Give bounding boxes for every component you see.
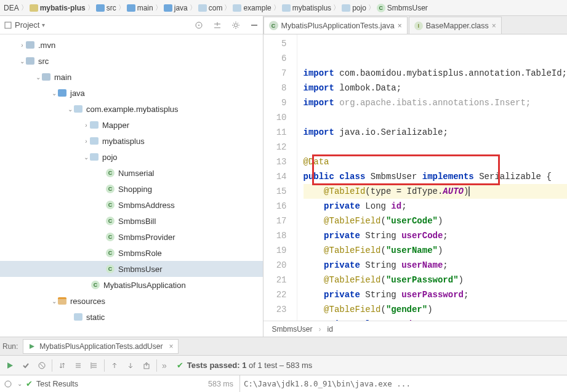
class-icon: C	[106, 249, 115, 257]
folder-icon	[198, 4, 207, 12]
gutter: 567891011121314151617181920212223	[263, 34, 297, 321]
tree-class-selected[interactable]: CSmbmsUser	[0, 261, 263, 277]
folder-icon	[342, 4, 350, 12]
package-icon	[90, 153, 99, 161]
interface-icon: I	[414, 22, 423, 30]
tree-class[interactable]: CSmbmsProvider	[0, 229, 263, 245]
chevron-down-icon[interactable]: ⌄	[17, 380, 22, 387]
project-header: Project ▾	[0, 16, 263, 34]
folder-icon	[26, 57, 34, 65]
run-tool-tab: Run: MybatisPlusApplicationTests.addUser…	[0, 337, 567, 355]
tab-tests[interactable]: C MybatisPlusApplicationTests.java ×	[263, 17, 408, 34]
folder-icon	[58, 89, 66, 97]
tree-class[interactable]: CShopping	[0, 181, 263, 197]
crumb-src[interactable]: src	[96, 4, 116, 12]
expand-all-icon[interactable]	[212, 20, 222, 30]
sort-icon[interactable]	[55, 358, 70, 373]
tree-class[interactable]: CSmbmsRole	[0, 245, 263, 261]
toggle-passed-icon[interactable]	[18, 358, 33, 373]
svg-point-3	[234, 23, 237, 26]
close-icon[interactable]: ×	[398, 22, 402, 30]
test-results-label[interactable]: Test Results	[36, 380, 78, 388]
folder-icon	[26, 41, 34, 49]
rerun-icon[interactable]	[2, 358, 17, 373]
class-icon: C	[106, 233, 115, 241]
test-results-row: ⌄ ✔ Test Results 583 ms C:\Java\jdk1.8.0…	[0, 375, 567, 392]
tree-mvn[interactable]: ›.mvn	[0, 37, 263, 53]
close-icon[interactable]: ×	[169, 342, 173, 351]
crumb-com[interactable]: com	[198, 4, 223, 12]
folder-icon	[127, 4, 135, 12]
code-crumb-class[interactable]: SmbmsUser	[272, 325, 313, 334]
tree-class[interactable]: CNumserial	[0, 165, 263, 181]
tree-pkg[interactable]: ⌄com.example.mybatisplus	[0, 101, 263, 117]
tree-static[interactable]: static	[0, 309, 263, 325]
tree-mapper[interactable]: ›Mapper	[0, 117, 263, 133]
toggle-ignored-icon[interactable]	[34, 358, 49, 373]
folder-icon	[74, 313, 82, 321]
close-icon[interactable]: ×	[492, 22, 496, 30]
stop-icon[interactable]	[2, 377, 14, 391]
crumb-example[interactable]: example	[233, 4, 271, 12]
package-icon	[74, 105, 82, 113]
hide-icon[interactable]	[249, 20, 259, 30]
crumb-main[interactable]: main	[127, 4, 153, 12]
code-area[interactable]: import com.baomidou.mybatisplus.annotati…	[297, 34, 568, 321]
module-icon	[30, 4, 38, 12]
folder-icon	[164, 4, 172, 12]
crumb-pojo[interactable]: pojo	[342, 4, 366, 12]
breadcrumb: DEA〉 mybatis-plus〉 src〉 main〉 java〉 com〉…	[0, 0, 567, 16]
more-icon[interactable]: »	[162, 361, 167, 370]
code-editor[interactable]: 567891011121314151617181920212223 import…	[263, 34, 568, 321]
editor-panel: C MybatisPlusApplicationTests.java × I B…	[263, 16, 568, 337]
tree-main[interactable]: ⌄main	[0, 69, 263, 85]
console-output[interactable]: C:\Java\jdk1.8.0_91\bin\java.exe ...	[240, 375, 567, 392]
package-icon	[90, 137, 99, 145]
crumb-class[interactable]: CSmbmsUser	[377, 4, 428, 12]
class-icon: C	[106, 169, 115, 177]
svg-marker-4	[30, 344, 34, 349]
tab-basemapper[interactable]: I BaseMapper.class ×	[409, 17, 502, 34]
collapse-icon[interactable]	[87, 358, 102, 373]
class-icon: C	[377, 4, 385, 12]
class-icon: C	[106, 217, 115, 225]
project-title[interactable]: Project ▾	[4, 20, 194, 30]
expand-icon[interactable]	[71, 358, 86, 373]
folder-icon	[96, 4, 105, 12]
check-icon: ✔	[177, 361, 183, 370]
tree-pojo[interactable]: ⌄pojo	[0, 149, 263, 165]
class-icon: C	[106, 201, 115, 209]
project-panel: Project ▾ ›.mvn ⌄src ⌄main ⌄java ⌄com.ex…	[0, 16, 263, 337]
folder-icon	[282, 4, 291, 12]
code-crumb-field[interactable]: id	[328, 325, 333, 334]
gear-icon[interactable]	[231, 20, 241, 30]
class-icon: C	[106, 265, 115, 273]
test-status: ✔ Tests passed: 1 of 1 test – 583 ms	[177, 361, 313, 370]
tree-mbp[interactable]: ›mybatisplus	[0, 133, 263, 149]
test-results-ms: 583 ms	[208, 380, 233, 388]
project-tree[interactable]: ›.mvn ⌄src ⌄main ⌄java ⌄com.example.myba…	[0, 34, 263, 337]
tree-class[interactable]: CSmbmsBill	[0, 213, 263, 229]
tree-resources[interactable]: ⌄resources	[0, 293, 263, 309]
folder-icon	[233, 4, 241, 12]
crumb-java[interactable]: java	[164, 4, 188, 12]
tree-src[interactable]: ⌄src	[0, 53, 263, 69]
crumb-module[interactable]: mybatis-plus	[30, 4, 86, 12]
prev-icon[interactable]	[107, 358, 122, 373]
tree-class[interactable]: CSmbmsAddress	[0, 197, 263, 213]
tree-java[interactable]: ⌄java	[0, 85, 263, 101]
check-icon: ✔	[26, 379, 33, 388]
crumb-root[interactable]: DEA	[4, 4, 19, 12]
tree-app[interactable]: CMybatisPlusApplication	[0, 277, 263, 293]
export-icon[interactable]	[139, 358, 154, 373]
crumb-mbp[interactable]: mybatisplus	[282, 4, 331, 12]
svg-point-8	[5, 381, 11, 387]
run-label: Run:	[2, 342, 18, 351]
select-opened-icon[interactable]	[194, 20, 204, 30]
svg-marker-5	[7, 362, 13, 369]
editor-tabs: C MybatisPlusApplicationTests.java × I B…	[263, 16, 568, 34]
svg-point-2	[198, 25, 199, 26]
run-icon	[28, 343, 36, 350]
run-config-tab[interactable]: MybatisPlusApplicationTests.addUser ×	[23, 339, 179, 354]
next-icon[interactable]	[123, 358, 138, 373]
